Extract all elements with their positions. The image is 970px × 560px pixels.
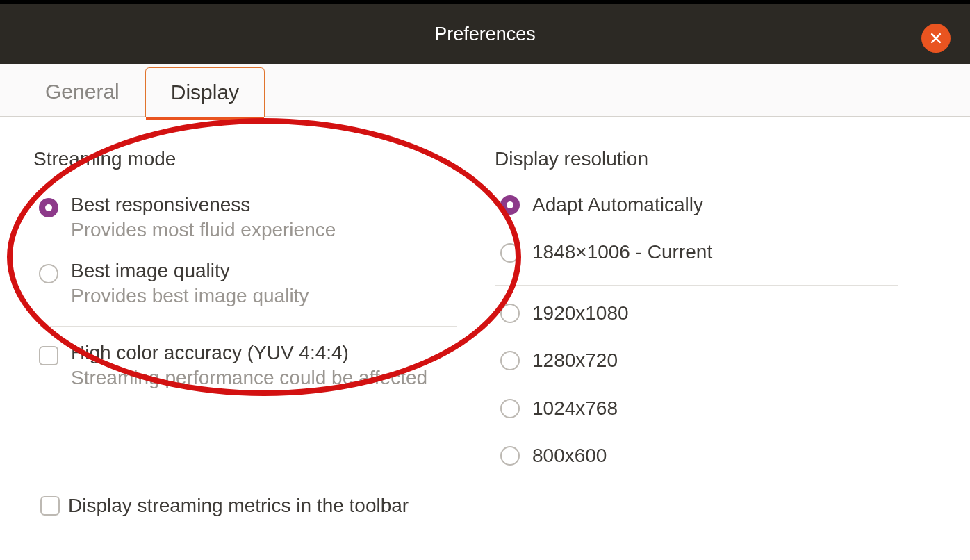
option-text: Best image quality Provides best image q… — [71, 258, 309, 309]
radio-icon — [500, 304, 520, 323]
option-label: 1024x768 — [532, 396, 618, 421]
option-label: Best image quality — [71, 258, 309, 283]
option-high-color-accuracy[interactable]: High color accuracy (YUV 4:4:4) Streamin… — [33, 338, 481, 404]
display-resolution-heading: Display resolution — [495, 148, 942, 170]
option-label: Adapt Automatically — [532, 192, 703, 217]
tab-display[interactable]: Display — [145, 67, 265, 117]
close-button[interactable] — [921, 24, 951, 53]
option-display-metrics[interactable]: Display streaming metrics in the toolbar — [40, 493, 409, 518]
option-text: Best responsiveness Provides most fluid … — [71, 192, 336, 243]
radio-icon — [39, 198, 58, 217]
checkbox-icon — [40, 496, 60, 516]
option-resolution-800x600[interactable]: 800x600 — [495, 440, 942, 488]
option-label: 800x600 — [532, 443, 607, 468]
option-sub: Provides most fluid experience — [71, 217, 336, 242]
radio-icon — [500, 243, 520, 263]
option-adapt-automatically[interactable]: Adapt Automatically — [495, 190, 942, 237]
radio-icon — [500, 399, 520, 418]
tab-bar: General Display — [0, 64, 970, 117]
checkbox-icon — [39, 346, 58, 365]
preferences-header: Preferences — [0, 0, 970, 64]
radio-icon — [500, 446, 520, 466]
radio-icon — [39, 264, 58, 283]
divider — [495, 285, 898, 286]
divider — [40, 326, 457, 327]
option-label: 1848×1006 - Current — [532, 240, 712, 265]
option-label: High color accuracy (YUV 4:4:4) — [71, 340, 427, 365]
option-resolution-1024x768[interactable]: 1024x768 — [495, 393, 942, 440]
streaming-mode-section: Streaming mode Best responsiveness Provi… — [33, 148, 481, 488]
option-sub: Provides best image quality — [71, 283, 309, 308]
option-sub: Streaming performance could be affected — [71, 365, 427, 390]
radio-icon — [500, 351, 520, 370]
option-label: 1920x1080 — [532, 301, 629, 326]
close-icon — [929, 31, 943, 45]
display-resolution-section: Display resolution Adapt Automatically 1… — [481, 148, 942, 488]
option-resolution-1920x1080[interactable]: 1920x1080 — [495, 298, 942, 345]
streaming-mode-heading: Streaming mode — [33, 148, 481, 170]
content-area: Streaming mode Best responsiveness Provi… — [0, 117, 970, 502]
option-label: 1280x720 — [532, 348, 618, 373]
option-label: Best responsiveness — [71, 192, 336, 217]
option-text: High color accuracy (YUV 4:4:4) Streamin… — [71, 340, 427, 391]
option-label: Display streaming metrics in the toolbar — [68, 493, 409, 518]
option-resolution-current[interactable]: 1848×1006 - Current — [495, 237, 942, 284]
tab-general[interactable]: General — [19, 67, 145, 116]
window-title: Preferences — [434, 24, 536, 45]
option-resolution-1280x720[interactable]: 1280x720 — [495, 345, 942, 393]
option-best-image-quality[interactable]: Best image quality Provides best image q… — [33, 256, 481, 322]
option-best-responsiveness[interactable]: Best responsiveness Provides most fluid … — [33, 190, 481, 256]
radio-icon — [500, 195, 520, 215]
